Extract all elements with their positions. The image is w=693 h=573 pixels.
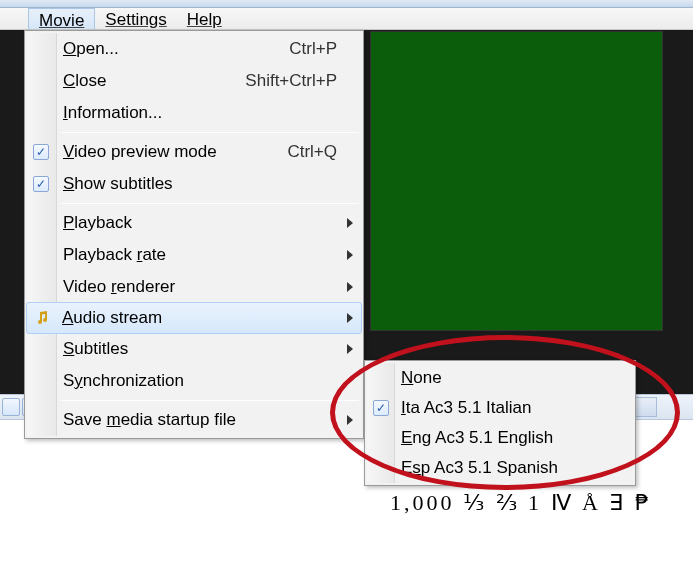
chevron-right-icon (347, 313, 353, 323)
movie-menu: Open... Ctrl+P Close Shift+Ctrl+P Inform… (24, 30, 364, 439)
menu-label: Playback rate (63, 245, 337, 265)
document-sample-text: 1,000 ⅓ ⅔ 1 Ⅳ Å ∃ ₱ (390, 490, 652, 516)
menubar-item-settings[interactable]: Settings (95, 8, 176, 29)
menu-separator (61, 400, 359, 401)
video-preview-area (370, 31, 663, 331)
menu-label: None (401, 368, 609, 388)
menu-item-save-startup[interactable]: Save media startup file (27, 404, 361, 436)
menubar: Movie Settings Help (0, 8, 693, 30)
menu-label: Video renderer (63, 277, 337, 297)
chevron-right-icon (347, 282, 353, 292)
menubar-item-help[interactable]: Help (177, 8, 232, 29)
menu-item-playback-rate[interactable]: Playback rate (27, 239, 361, 271)
submenu-item-esp[interactable]: Esp Ac3 5.1 Spanish (367, 453, 633, 483)
menu-shortcut: Ctrl+P (289, 39, 337, 59)
menu-item-video-renderer[interactable]: Video renderer (27, 271, 361, 303)
menu-shortcut: Ctrl+Q (287, 142, 337, 162)
prev-button[interactable] (2, 398, 20, 416)
music-note-icon (34, 310, 50, 326)
check-icon: ✓ (33, 176, 49, 192)
menu-item-synchronization[interactable]: Synchronization (27, 365, 361, 397)
menu-shortcut: Shift+Ctrl+P (245, 71, 337, 91)
check-icon: ✓ (373, 400, 389, 416)
menu-label: Information... (63, 103, 337, 123)
submenu-item-eng[interactable]: Eng Ac3 5.1 English (367, 423, 633, 453)
menu-label: Eng Ac3 5.1 English (401, 428, 609, 448)
menu-label: Show subtitles (63, 174, 337, 194)
submenu-item-none[interactable]: None (367, 363, 633, 393)
menu-separator (61, 203, 359, 204)
menu-item-close[interactable]: Close Shift+Ctrl+P (27, 65, 361, 97)
menu-label: Synchronization (63, 371, 337, 391)
window-titlebar (0, 0, 693, 8)
menu-item-information[interactable]: Information... (27, 97, 361, 129)
menu-label: Subtitles (63, 339, 337, 359)
chevron-right-icon (347, 344, 353, 354)
audio-stream-submenu: None ✓ Ita Ac3 5.1 Italian Eng Ac3 5.1 E… (364, 360, 636, 486)
menu-item-show-subtitles[interactable]: ✓ Show subtitles (27, 168, 361, 200)
submenu-item-ita[interactable]: ✓ Ita Ac3 5.1 Italian (367, 393, 633, 423)
menu-item-video-preview[interactable]: ✓ Video preview mode Ctrl+Q (27, 136, 361, 168)
menu-label: Audio stream (62, 308, 338, 328)
menu-label: Ita Ac3 5.1 Italian (401, 398, 609, 418)
menu-label: Close (63, 71, 233, 91)
menu-label: Playback (63, 213, 337, 233)
menu-item-open[interactable]: Open... Ctrl+P (27, 33, 361, 65)
menu-label: Open... (63, 39, 277, 59)
menu-item-playback[interactable]: Playback (27, 207, 361, 239)
menu-separator (61, 132, 359, 133)
menu-label: Video preview mode (63, 142, 275, 162)
chevron-right-icon (347, 218, 353, 228)
menu-item-subtitles[interactable]: Subtitles (27, 333, 361, 365)
chevron-right-icon (347, 415, 353, 425)
chevron-right-icon (347, 250, 353, 260)
menubar-item-movie[interactable]: Movie (28, 8, 95, 29)
menu-label: Save media startup file (63, 410, 337, 430)
check-icon: ✓ (33, 144, 49, 160)
menu-label: Esp Ac3 5.1 Spanish (401, 458, 609, 478)
menu-item-audio-stream[interactable]: Audio stream (26, 302, 362, 334)
